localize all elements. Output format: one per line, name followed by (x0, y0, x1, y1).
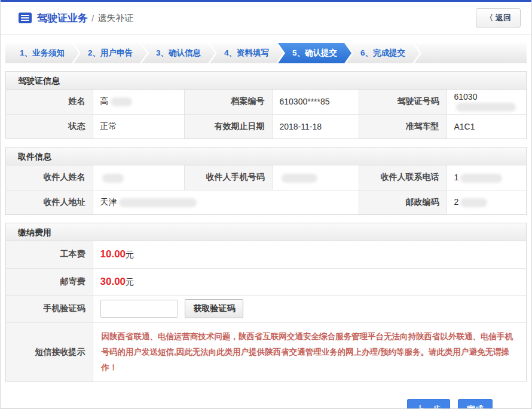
postage-fee-amount: 30.00 (100, 276, 126, 287)
sms-notice-label: 短信接收提示 (6, 322, 93, 382)
recipient-address-value: 天津 (93, 190, 359, 214)
license-section-title: 驾驶证信息 (6, 72, 526, 90)
list-icon (19, 13, 32, 23)
table-row: 手机验证码 获取验证码 (6, 295, 526, 322)
pickup-section-title: 取件信息 (6, 147, 526, 165)
production-fee-label: 工本费 (6, 241, 93, 268)
table-row: 状态 正常 有效期止日期 2018-11-18 准驾车型 A1C1 (6, 114, 526, 139)
table-row: 短信接收提示 因陕西省联通、电信运营商技术问题，陕西省互联网交通安全综合服务管理… (6, 322, 526, 382)
fees-section: 缴纳费用 工本费 10.00元 邮寄费 30.00元 手机验证码 获取验证码 短… (5, 223, 527, 382)
postage-fee-unit: 元 (126, 277, 134, 287)
vehicle-class-value: A1C1 (447, 114, 526, 139)
redacted-value (111, 97, 132, 106)
redacted-value (102, 174, 124, 183)
postage-fee-label: 邮寄费 (6, 268, 93, 295)
status-label: 状态 (6, 114, 93, 139)
sms-code-input[interactable] (100, 300, 178, 318)
redacted-value (460, 174, 502, 183)
breadcrumb-separator: / (91, 13, 94, 23)
recipient-phone-label: 收件人联系电话 (359, 165, 447, 190)
recipient-name-value (93, 165, 184, 190)
table-row: 姓名 高 档案编号 610300****85 驾驶证号码 61030 (6, 90, 526, 114)
license-number-value: 61030 (447, 90, 526, 114)
table-row: 收件人姓名 收件人手机号码 收件人联系电话 1 (6, 165, 526, 190)
postal-code-label: 邮政编码 (359, 190, 447, 214)
status-value: 正常 (93, 114, 184, 139)
redacted-value (456, 103, 516, 112)
sms-code-label: 手机验证码 (6, 295, 93, 322)
footer-actions: 上一步 完成 (1, 399, 493, 409)
pickup-info-table: 收件人姓名 收件人手机号码 收件人联系电话 1 收件人地址 天津 邮政编码 2 (6, 165, 526, 214)
file-number-value: 610300****85 (272, 90, 359, 114)
name-label: 姓名 (6, 90, 93, 114)
step-5-confirm-submit[interactable]: 5、确认提交 (278, 43, 351, 63)
step-nav: 1、业务须知 2、用户申告 3、确认信息 4、资料填写 5、确认提交 6、完成提… (5, 43, 527, 63)
license-number-label: 驾驶证号码 (359, 90, 447, 114)
license-info-section: 驾驶证信息 姓名 高 档案编号 610300****85 驾驶证号码 61030… (5, 71, 527, 139)
pickup-info-section: 取件信息 收件人姓名 收件人手机号码 收件人联系电话 1 收件人地址 天津 邮政… (5, 147, 527, 215)
back-button-label: 返回 (496, 13, 511, 22)
postal-code-value: 2 (447, 190, 526, 214)
recipient-address-label: 收件人地址 (6, 190, 93, 214)
breadcrumb-current: 遗失补证 (97, 13, 133, 24)
chevron-left-icon: 〈 (485, 13, 493, 22)
step-1-business-notice[interactable]: 1、业务须知 (5, 43, 79, 63)
redacted-value (460, 198, 487, 207)
fees-table: 工本费 10.00元 邮寄费 30.00元 手机验证码 获取验证码 短信接收提示… (6, 241, 526, 382)
table-row: 邮寄费 30.00元 (6, 268, 526, 295)
step-2-user-declaration[interactable]: 2、用户申告 (74, 43, 147, 63)
production-fee-value: 10.00元 (93, 241, 526, 268)
sms-code-cell: 获取验证码 (93, 295, 526, 322)
recipient-phone-value: 1 (447, 165, 526, 190)
license-info-table: 姓名 高 档案编号 610300****85 驾驶证号码 61030 状态 正常… (6, 90, 526, 139)
recipient-name-label: 收件人姓名 (6, 165, 93, 190)
page: 驾驶证业务 / 遗失补证 〈返回 1、业务须知 2、用户申告 3、确认信息 4、… (0, 0, 532, 409)
sms-notice-text: 因陕西省联通、电信运营商技术问题，陕西省互联网交通安全综合服务管理平台无法向持陕… (93, 322, 526, 382)
table-row: 收件人地址 天津 邮政编码 2 (6, 190, 526, 214)
fees-section-title: 缴纳费用 (6, 223, 526, 241)
step-4-fill-materials[interactable]: 4、资料填写 (210, 43, 283, 63)
redacted-value (282, 174, 317, 183)
page-header: 驾驶证业务 / 遗失补证 〈返回 (1, 2, 531, 35)
expiry-date-value: 2018-11-18 (272, 114, 359, 139)
page-title: 驾驶证业务 (37, 11, 88, 25)
redacted-value (119, 198, 197, 207)
back-button[interactable]: 〈返回 (476, 8, 521, 27)
step-6-complete-submit[interactable]: 6、完成提交 (346, 43, 420, 63)
postage-fee-value: 30.00元 (93, 268, 526, 295)
finish-button[interactable]: 完成 (458, 399, 493, 409)
step-nav-filler (414, 43, 527, 63)
step-3-confirm-info[interactable]: 3、确认信息 (142, 43, 215, 63)
expiry-date-label: 有效期止日期 (184, 114, 272, 139)
name-value: 高 (93, 90, 184, 114)
production-fee-unit: 元 (126, 250, 134, 259)
recipient-mobile-value (272, 165, 359, 190)
production-fee-amount: 10.00 (100, 248, 126, 260)
table-row: 工本费 10.00元 (6, 241, 526, 268)
file-number-label: 档案编号 (184, 90, 272, 114)
recipient-mobile-label: 收件人手机号码 (184, 165, 272, 190)
vehicle-class-label: 准驾车型 (359, 114, 447, 139)
previous-step-button[interactable]: 上一步 (407, 399, 450, 409)
get-sms-code-button[interactable]: 获取验证码 (185, 299, 243, 318)
